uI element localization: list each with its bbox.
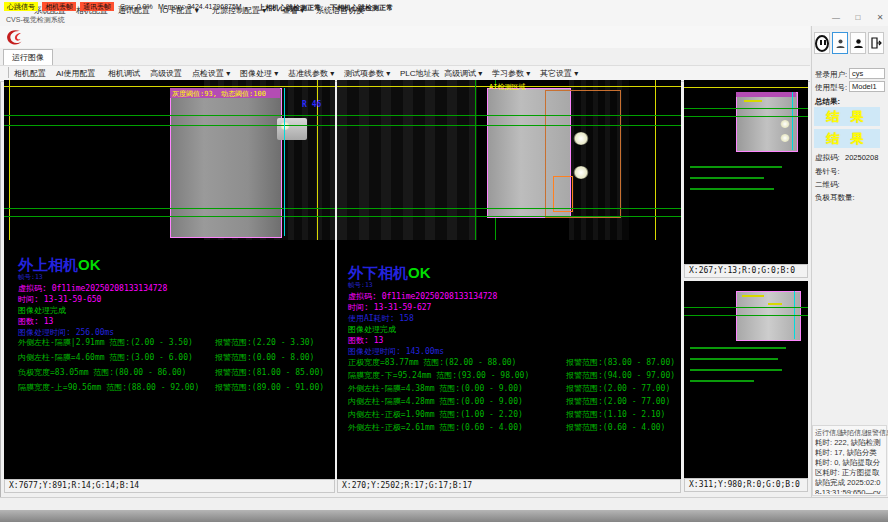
baseline-2 <box>684 116 808 117</box>
measurement-text: 内侧左柱-隔膜=4.28mm 范围:(0.00 - 9.00) <box>348 396 523 407</box>
login-user-button[interactable] <box>832 32 848 54</box>
overlay-text-row <box>690 188 774 190</box>
alarm-range-text: 报警范围:(2.20 - 3.30) <box>215 337 314 348</box>
measurement-row: 内侧左柱-隔膜=4.28mm 范围:(0.00 - 9.00) 报警范围:(2.… <box>348 396 678 408</box>
result-box-1: 结 果 <box>814 107 880 126</box>
qr-code-label: 二维码: <box>815 180 840 190</box>
tool-baseline-params[interactable]: 基准线参数 ▾ <box>288 68 334 79</box>
threshold-label-strip <box>736 92 796 97</box>
reference-line-horizontal <box>684 87 808 88</box>
baseline-upper-1 <box>337 115 681 116</box>
tool-camera-config[interactable]: 相机配置 <box>14 68 46 79</box>
mini-view-1[interactable] <box>684 80 808 264</box>
alarm-range-text: 报警范围:(2.00 - 77.00) <box>566 383 670 394</box>
login-user-value[interactable]: cys <box>849 68 885 79</box>
baseline-1 <box>684 108 808 109</box>
measurement-text: 内侧左柱-隔膜=4.60mm 范围:(3.00 - 6.00) <box>18 352 193 363</box>
tab-defect-info[interactable]: 缺陷信息 <box>840 428 868 438</box>
center-camera-view[interactable]: AI检测区域 外下相机OK 帧号:13 虚拟码: 0f11ime20250208… <box>337 80 681 479</box>
weld-spot <box>780 120 790 128</box>
exit-button[interactable] <box>868 32 884 54</box>
alarm-range-text: 报警范围:(1.10 - 2.10) <box>566 409 665 420</box>
measurement-text: 隔膜宽度-上=90.56mm 范围:(88.00 - 92.00) <box>18 382 199 393</box>
tool-ai-use-config[interactable]: AI使用配置 <box>56 68 96 79</box>
user-icon <box>835 38 846 49</box>
needle-number-label: 卷针号: <box>815 167 840 177</box>
lower-cam-heartbeat: 下相机心跳检测正常 <box>330 3 393 13</box>
tool-image-process[interactable]: 图像处理 ▾ <box>240 68 278 79</box>
left-camera-view[interactable]: 灰度阈值:93, 动态阈值:100 R 46 外上相机OK 帧号:13 虚拟码:… <box>4 80 335 479</box>
r-value-label: R 46 <box>302 100 321 109</box>
tool-test-params[interactable]: 测试项参数 ▾ <box>344 68 390 79</box>
measurement-row: 内侧左柱-正极=1.90mm 范围:(1.00 - 2.20) 报警范围:(1.… <box>348 409 678 421</box>
edge-line-cyan <box>792 92 793 150</box>
exit-door-icon <box>870 37 882 49</box>
overlay-text-row <box>690 369 782 371</box>
tab-run-image[interactable]: 运行图像 <box>3 49 53 66</box>
alarm-range-text: 报警范围:(81.00 - 85.00) <box>215 367 324 378</box>
virtual-code-line: 虚拟码: 0f11ime20250208133134728 <box>348 291 497 302</box>
edge-line-cyan <box>284 88 285 236</box>
tool-camera-debug[interactable]: 相机调试 <box>108 68 140 79</box>
logout-user-button[interactable] <box>850 32 866 54</box>
measurement-row: 隔膜宽度-下=95.24mm 范围:(93.00 - 98.00) 报警范围:(… <box>348 370 678 382</box>
measurement-row: 外侧左柱-正极=2.61mm 范围:(0.60 - 4.00) 报警范围:(0.… <box>348 422 678 434</box>
weld-spot <box>573 132 589 145</box>
camera-ok-flag: OK <box>408 264 431 281</box>
weld-spot <box>573 166 589 179</box>
virtual-code-value: 20250208 <box>845 153 878 162</box>
image-count-line: 图数: 13 <box>18 316 53 327</box>
mini-view-2-coords: X:311;Y:980;R:0;G:0;B:0 <box>684 478 808 492</box>
frame-label: 帧号:13 <box>348 281 373 290</box>
baseline-1 <box>684 307 808 308</box>
overlay-text-row <box>690 347 786 349</box>
pause-button[interactable] <box>814 32 830 54</box>
baseline-2 <box>684 315 808 316</box>
weld-spot <box>780 134 790 142</box>
alarm-range-text: 报警范围:(0.00 - 8.00) <box>215 352 314 363</box>
tool-check-setup[interactable]: 点检设置 ▾ <box>192 68 230 79</box>
process-time-line: 图像处理时间: 143.00ms <box>348 346 444 357</box>
cpu-usage: Cpu: 0.0% <box>120 3 153 10</box>
measurement-row: 正极宽度=83.77mm 范围:(82.00 - 88.00) 报警范围:(83… <box>348 357 678 369</box>
measurement-text: 外侧左柱-隔膜=4.38mm 范围:(0.00 - 9.00) <box>348 383 523 394</box>
mini-marker-yellow <box>768 303 782 305</box>
measurement-text: 外侧左柱-正极=2.61mm 范围:(0.60 - 4.00) <box>348 422 523 433</box>
measurement-text: 正极宽度=83.77mm 范围:(82.00 - 88.00) <box>348 357 516 368</box>
maximize-button[interactable]: □ <box>850 12 866 24</box>
virtual-code-label: 虚拟码: <box>815 153 840 163</box>
minimize-button[interactable]: — <box>828 12 844 24</box>
mini-view-1-coords: X:267;Y:13;R:0;G:0;B:0 <box>684 264 808 278</box>
process-status-line: 图像处理完成 <box>348 324 396 335</box>
toolbar-separator <box>8 67 9 78</box>
close-button[interactable]: ✕ <box>872 12 888 24</box>
app-title: CVS-视觉检测系统 <box>6 15 65 25</box>
baseline-lower-1 <box>337 208 681 209</box>
tab-alarm-info[interactable]: 报警信息 <box>865 428 888 438</box>
user-dark-icon <box>853 38 864 49</box>
tool-plc-table[interactable]: PLC地址表 <box>400 68 440 79</box>
tool-advanced-setup[interactable]: 高级设置 <box>150 68 182 79</box>
tool-other-setup[interactable]: 其它设置 ▾ <box>540 68 578 79</box>
ai-detect-rect-inner <box>553 176 573 212</box>
mini-view-2[interactable] <box>684 281 808 478</box>
camera-ok-flag: OK <box>78 256 101 273</box>
ai-region-label: AI检测区域 <box>489 82 525 92</box>
center-view-coords: X:270;Y:2502;R:17;G:17;B:17 <box>337 479 681 493</box>
app-root: CVS-视觉检测系统 — □ ✕ 系统配置 相机配置 通讯配置 IO卡配置 ▾ … <box>0 0 888 522</box>
left-view-coords: X:7677;Y:891;R:14;G:14;B:14 <box>4 479 335 493</box>
camera-drop-badge: 相机丢帧 <box>42 2 76 11</box>
measurement-text: 隔膜宽度-下=95.24mm 范围:(93.00 - 98.00) <box>348 370 529 381</box>
measurement-row: 隔膜宽度-上=90.56mm 范围:(88.00 - 92.00) 报警范围:(… <box>18 382 328 397</box>
tool-learn-params[interactable]: 学习参数 ▾ <box>492 68 530 79</box>
login-user-label: 登录用户: <box>815 70 847 80</box>
alarm-range-text: 报警范围:(89.00 - 91.00) <box>215 382 324 393</box>
tool-advanced-debug[interactable]: 高级调试 ▾ <box>444 68 482 79</box>
baseline-upper-2 <box>4 125 335 126</box>
mini-marker-yellow <box>742 295 764 297</box>
tab-run-info[interactable]: 运行信息 <box>815 428 843 438</box>
time-line: 时间: 13-31-59-627 <box>348 302 431 313</box>
model-value[interactable]: Model1 <box>849 81 885 92</box>
overlay-text-row <box>690 358 778 360</box>
baseline-lower-2 <box>337 216 681 217</box>
